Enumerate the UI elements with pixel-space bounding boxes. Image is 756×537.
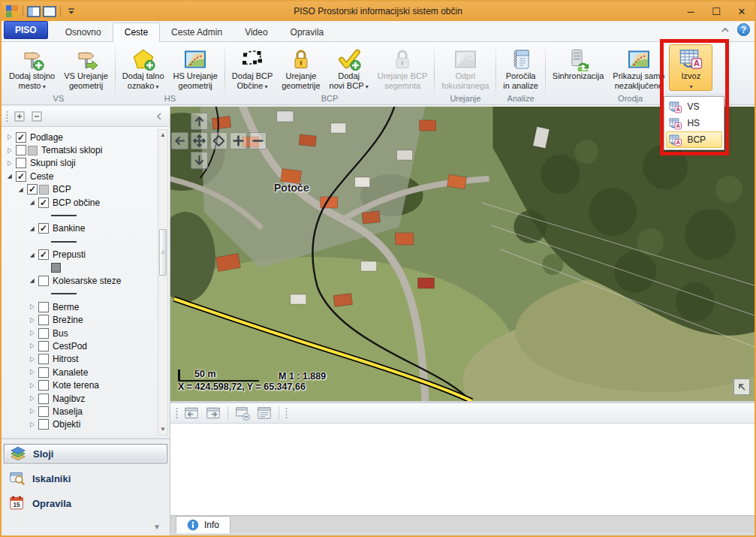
scroll-thumb[interactable]: ≡	[159, 229, 167, 276]
export-menu-item-vs[interactable]: AVS	[666, 98, 722, 115]
layer-checkbox[interactable]	[38, 276, 49, 286]
help-button[interactable]: ?	[737, 23, 750, 36]
tree-item-bankine[interactable]: ✓Bankine	[5, 222, 156, 235]
tree-item-ceste[interactable]: ✓Ceste	[5, 170, 156, 183]
tree-item-bus[interactable]: Bus	[5, 327, 156, 339]
dodaj-bcp-obcine-button[interactable]: Dodaj BCPObčine ▾	[227, 44, 277, 93]
expander-closed-icon[interactable]	[27, 328, 37, 338]
toolbar-grip[interactable]	[5, 110, 9, 123]
maximize-button[interactable]: ☐	[703, 2, 729, 21]
tree-item-objekti[interactable]: Objekti	[5, 418, 156, 431]
pan-down-icon[interactable]	[191, 152, 208, 169]
quick-access-dropdown-icon[interactable]	[65, 5, 78, 17]
expander-closed-icon[interactable]	[27, 315, 37, 325]
expander-open-icon[interactable]	[16, 185, 26, 195]
minimize-button[interactable]: ─	[678, 2, 703, 21]
tree-item-podlage[interactable]: ✓Podlage	[5, 131, 156, 143]
layer-checkbox[interactable]	[38, 341, 49, 351]
tree-item-hitrost[interactable]: Hitrost	[5, 353, 156, 366]
toolbar-grip[interactable]	[285, 407, 288, 420]
layer-checkbox[interactable]	[16, 145, 26, 155]
tree-item-brežine[interactable]: Brežine	[5, 313, 156, 326]
layout-panel-icon[interactable]	[27, 5, 41, 17]
expand-all-icon[interactable]	[13, 110, 26, 123]
expander-open-icon[interactable]	[27, 276, 37, 285]
layer-checkbox[interactable]: ✓	[38, 223, 49, 234]
expander-closed-icon[interactable]	[27, 367, 37, 377]
layer-checkbox[interactable]: ✓	[16, 171, 26, 182]
tab-osnovno[interactable]: Osnovno	[54, 23, 113, 41]
tree-item-kolesarske-steze[interactable]: Kolesarske steze	[5, 274, 156, 287]
sidebar-item-opravila[interactable]: 15Opravila	[4, 493, 167, 513]
tree-item-kote-terena[interactable]: Kote terena	[5, 379, 156, 391]
layer-checkbox[interactable]	[38, 302, 49, 312]
dock-next-icon[interactable]	[204, 405, 222, 421]
porocila-in-analize-button[interactable]: Poročilain analize	[498, 44, 542, 93]
expander-open-icon[interactable]	[27, 224, 37, 234]
pan-left-icon[interactable]	[171, 132, 188, 149]
full-extent-icon[interactable]	[210, 132, 227, 149]
expander-closed-icon[interactable]	[27, 406, 37, 416]
urejanje-geometrije-button[interactable]: Urejanjegeometrije	[277, 44, 324, 93]
tree-item-cestpod[interactable]: CestPod	[5, 339, 156, 352]
layer-checkbox[interactable]: ✓	[38, 198, 49, 208]
expander-open-icon[interactable]	[27, 250, 37, 260]
izvoz-button[interactable]: AIzvoz▾	[669, 44, 712, 91]
tab-video[interactable]: Video	[233, 23, 279, 41]
tree-item-naselja[interactable]: Naselja	[5, 405, 156, 418]
export-menu-item-hs[interactable]: AHS	[666, 115, 722, 131]
layer-checkbox[interactable]	[38, 394, 49, 404]
layer-checkbox[interactable]	[38, 406, 49, 417]
prikazuj-samo-nezakljucene-button[interactable]: Prikazuj samonezaključene	[608, 44, 669, 93]
collapse-sidebar-icon[interactable]	[152, 110, 166, 123]
expander-closed-icon[interactable]	[27, 354, 37, 364]
sections-collapse-icon[interactable]: ▼	[153, 523, 161, 531]
pan-up-icon[interactable]	[191, 113, 208, 130]
layer-checkbox[interactable]	[38, 315, 49, 325]
layer-checkbox[interactable]	[16, 158, 26, 168]
expander-open-icon[interactable]	[27, 198, 37, 207]
layer-checkbox[interactable]	[38, 380, 49, 391]
sidebar-item-iskalniki[interactable]: Iskalniki	[4, 469, 167, 488]
tree-item-skupni-sloji[interactable]: Skupni sloji	[5, 157, 156, 170]
tab-info[interactable]: Info	[176, 516, 230, 533]
layer-checkbox[interactable]	[38, 354, 49, 364]
layer-checkbox[interactable]: ✓	[38, 249, 49, 260]
expander-closed-icon[interactable]	[5, 146, 14, 155]
sidebar-item-sloji[interactable]: Sloji	[4, 444, 167, 463]
zoom-in-icon[interactable]	[230, 132, 247, 149]
expander-closed-icon[interactable]	[27, 420, 37, 430]
tree-item-berme[interactable]: Berme	[5, 300, 156, 313]
expander-open-icon[interactable]	[5, 171, 14, 181]
sinhronizacija-button[interactable]: Sinhronizacija	[548, 44, 608, 93]
window-details-icon[interactable]	[255, 405, 273, 421]
expander-closed-icon[interactable]	[5, 158, 14, 168]
scroll-up-icon[interactable]: ▲	[160, 130, 166, 140]
layer-checkbox[interactable]: ✓	[27, 184, 38, 195]
toolbar-grip[interactable]	[175, 407, 179, 420]
tree-item-bcp[interactable]: ✓BCP	[5, 183, 156, 196]
tree-item-kanalete[interactable]: Kanalete	[5, 366, 156, 379]
dodaj-talno-oznako-button[interactable]: Dodaj talnooznako ▾	[118, 44, 169, 93]
scroll-down-icon[interactable]: ▼	[160, 424, 166, 435]
expander-closed-icon[interactable]	[27, 394, 37, 403]
tab-ceste[interactable]: Ceste	[113, 23, 160, 42]
tree-item-bcp-občine[interactable]: ✓BCP občine	[5, 196, 156, 209]
expander-closed-icon[interactable]	[5, 132, 14, 142]
layer-checkbox[interactable]: ✓	[16, 132, 26, 143]
tree-item-prepusti[interactable]: ✓Prepusti	[5, 249, 156, 261]
tab-ceste-admin[interactable]: Ceste Admin	[160, 23, 233, 41]
zoom-out-icon[interactable]	[249, 132, 267, 149]
tree-item-nagibvz[interactable]: Nagibvz	[5, 392, 156, 405]
close-button[interactable]: ✕	[729, 2, 754, 21]
expander-closed-icon[interactable]	[27, 341, 37, 351]
map-canvas[interactable]: Potoče 50 m M 1 : 1.889 X = 424.598,72, …	[170, 107, 754, 401]
expander-closed-icon[interactable]	[27, 381, 37, 391]
window-minimize-icon[interactable]	[233, 405, 251, 421]
pan-center-icon[interactable]	[191, 132, 208, 149]
ribbon-collapse-icon[interactable]	[719, 24, 731, 36]
export-menu-item-bcp[interactable]: ABCP	[666, 131, 722, 148]
previous-extent-icon[interactable]	[733, 379, 750, 395]
layer-checkbox[interactable]	[38, 328, 49, 339]
collapse-all-icon[interactable]	[30, 110, 44, 123]
